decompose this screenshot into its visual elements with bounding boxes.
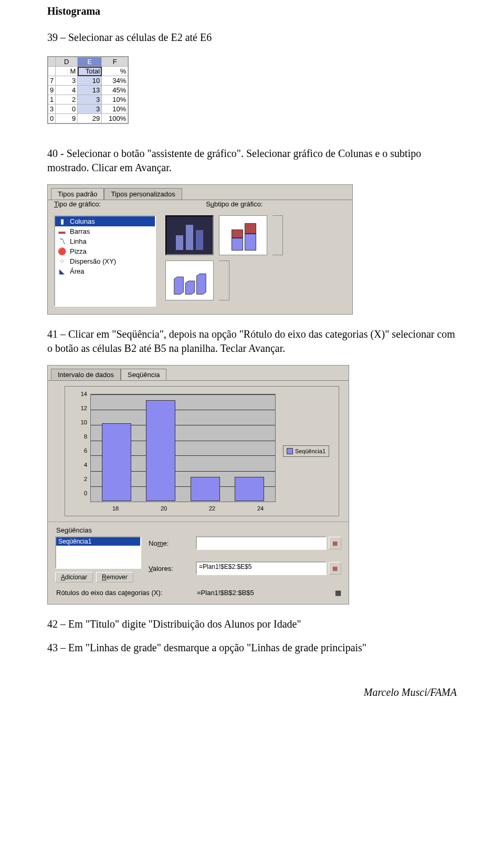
cell-head-total: Total: [78, 67, 102, 76]
subtype-thumb-5[interactable]: [219, 260, 229, 300]
bar-4: [235, 477, 264, 501]
type-item-colunas[interactable]: ▮ Colunas: [55, 216, 155, 226]
xtick: 20: [161, 505, 167, 512]
step-41: 41 – Clicar em "Seqüência", depois na op…: [47, 327, 457, 356]
step-40: 40 - Selecionar o botão "assistente de g…: [47, 147, 457, 175]
tab-sequence[interactable]: Seqüência: [121, 369, 166, 380]
label-chart-type: Tipo de gráfico:: [54, 200, 101, 208]
chart-plot-area: [90, 394, 276, 502]
subtype-thumb-3d-column[interactable]: [165, 260, 214, 300]
xtick: 24: [257, 505, 264, 512]
type-item-dispersao[interactable]: ⁘ Dispersão (XY): [55, 256, 155, 266]
bar-1: [102, 423, 131, 501]
chart-wizard-type-dialog: Tipos padrão Tipos personalizados Tipo d…: [47, 184, 353, 315]
legend-swatch-icon: [287, 448, 293, 454]
values-label: Valores:: [149, 565, 196, 572]
chart-legend: Seqüência1: [283, 445, 329, 457]
series-values-input[interactable]: =Plan1!$E$2:$E$5: [196, 561, 327, 575]
remove-series-button[interactable]: Remover: [96, 572, 133, 582]
ref-picker-button[interactable]: ▦: [335, 589, 341, 597]
scatter-chart-icon: ⁘: [57, 257, 67, 265]
subtype-thumb-3[interactable]: [272, 215, 283, 255]
ref-picker-button[interactable]: ▦: [329, 562, 341, 575]
pie-chart-icon: 🔴: [57, 247, 67, 255]
ytick: 0: [77, 490, 87, 496]
series-item-1[interactable]: Seqüência1: [56, 537, 140, 546]
ytick: 8: [77, 433, 87, 440]
ytick: 4: [77, 462, 87, 468]
ytick: 14: [77, 391, 87, 397]
subtype-thumb-clustered-column[interactable]: [165, 215, 214, 255]
category-axis-label: Rótulos do eixo das categorias (X):: [56, 589, 193, 597]
range-picker-icon: ▦: [332, 540, 338, 547]
tab-custom-types[interactable]: Tipos personalizados: [104, 188, 182, 200]
type-item-area[interactable]: ◣ Área: [55, 266, 155, 276]
type-item-linha[interactable]: 〽 Linha: [55, 236, 155, 246]
chart-preview: 14 12 10 8 6 4 2 0 18 20 22 24 Seqüê: [65, 386, 339, 516]
xtick: 18: [112, 505, 119, 512]
category-axis-input[interactable]: =Plan1!$B$2:$B$5: [197, 589, 331, 597]
tab-data-range[interactable]: Intervalo de dados: [51, 369, 121, 380]
series-listbox[interactable]: Seqüência1: [55, 536, 141, 569]
step-39: 39 – Selecionar as células de E2 até E6: [47, 30, 457, 45]
type-item-barras[interactable]: ▬ Barras: [55, 226, 155, 236]
col-header-f: F: [102, 57, 128, 67]
range-picker-icon: ▦: [332, 565, 338, 572]
ytick: 12: [77, 405, 87, 411]
tab-standard-types[interactable]: Tipos padrão: [51, 188, 104, 200]
ytick: 2: [77, 476, 87, 482]
sequences-label: Seqüências: [55, 524, 341, 536]
ref-picker-button[interactable]: ▦: [329, 537, 341, 549]
col-header-d: D: [56, 57, 78, 67]
area-chart-icon: ◣: [57, 267, 67, 275]
range-picker-icon: ▦: [335, 589, 341, 597]
bar-2: [146, 400, 175, 501]
chart-wizard-source-dialog: Intervalo de dados Seqüência 14 12 10 8 …: [47, 365, 349, 605]
page-title: Histograma: [47, 5, 457, 17]
series-name-input[interactable]: [196, 536, 327, 550]
bar-chart-icon: ▬: [57, 227, 67, 235]
spreadsheet-screenshot: D E F M Total % 7 3 10 34% 9 4 13 45% 1 …: [47, 56, 129, 124]
type-item-pizza[interactable]: 🔴 Pizza: [55, 246, 155, 256]
bar-3: [191, 477, 220, 501]
ytick: 10: [77, 419, 87, 425]
label-chart-subtype: Subtipo de gráfico:: [206, 200, 262, 208]
footer-credit: Marcelo Musci/FAMA: [47, 686, 457, 699]
cell-head-m: M: [56, 67, 78, 76]
subtype-thumb-stacked-column[interactable]: [219, 215, 267, 255]
col-header-e: E: [78, 57, 102, 67]
step-42: 42 – Em "Titulo" digite "Distribuição do…: [47, 617, 457, 631]
line-chart-icon: 〽: [57, 237, 67, 245]
step-43: 43 – Em "Linhas de grade" desmarque a op…: [47, 641, 457, 655]
xtick: 22: [209, 505, 215, 512]
cell-head-pct: %: [102, 67, 128, 76]
chart-type-listbox[interactable]: ▮ Colunas ▬ Barras 〽 Linha 🔴 Pizza ⁘ Dis…: [54, 215, 156, 307]
ytick: 6: [77, 447, 87, 454]
add-series-button[interactable]: Adicionar: [55, 572, 93, 582]
name-label: Nome:: [149, 539, 196, 547]
column-chart-icon: ▮: [57, 217, 67, 225]
